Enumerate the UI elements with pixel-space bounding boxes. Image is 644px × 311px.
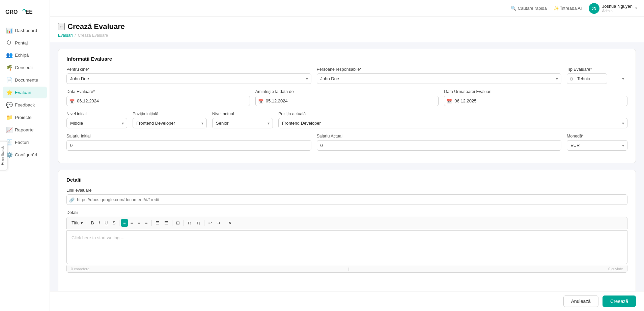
data-urmatoare-input[interactable]	[444, 96, 627, 106]
pentru-cine-group: Pentru cine* John Doe	[66, 67, 311, 84]
sidebar-item-feedback[interactable]: 💬 Feedback	[3, 99, 47, 111]
chevron-down-icon: ▾	[635, 6, 637, 10]
rapoarte-icon: 📈	[6, 127, 12, 133]
calendar-icon: 📅	[69, 98, 75, 103]
pozitia-initiala-label: Poziția inițială	[133, 112, 207, 116]
sidebar-item-label: Facturi	[15, 140, 29, 145]
cancel-button[interactable]: Anul​ează	[563, 296, 598, 307]
nivel-actual-wrap: Junior Middle Senior	[212, 118, 273, 128]
pozitia-actuala-select[interactable]: Frontend Developer Backend Developer Ful…	[278, 118, 627, 128]
info-section-title: Informații Evaluare	[66, 56, 627, 62]
sidebar-item-label: Feedback	[15, 102, 35, 107]
toolbar-bold-btn[interactable]: B	[89, 219, 96, 227]
search-label: Căutare rapidă	[518, 6, 547, 11]
pentru-cine-select[interactable]: John Doe	[66, 73, 311, 84]
toolbar-undo-btn[interactable]: ↩	[206, 219, 214, 227]
tip-evaluare-group: Tip Evaluare* Tehnic HR Managerial	[567, 67, 627, 84]
toolbar-redo-btn[interactable]: ↪	[215, 219, 222, 227]
toolbar-align-right-btn[interactable]: ≡	[136, 219, 142, 227]
editor-placeholder: Click here to start writing ...	[72, 235, 124, 240]
data-evaluare-input[interactable]	[66, 96, 250, 106]
data-urmatoare-group: Data Următoarei Evaluări 📅	[444, 89, 627, 106]
toolbar-bullet-btn[interactable]: ☰	[153, 219, 162, 227]
search-button[interactable]: 🔍 Căutare rapidă	[511, 6, 547, 11]
sidebar-item-configurari[interactable]: ⚙️ Configurări	[3, 149, 47, 161]
sidebar-item-facturi[interactable]: 🧾 Facturi	[3, 136, 47, 148]
nivel-initial-label: Nivel inițial	[66, 112, 127, 116]
toolbar-align-justify-btn[interactable]: ≡	[143, 219, 150, 227]
toolbar-align-left-btn[interactable]: ≡	[121, 219, 128, 227]
toolbar-strikethrough-btn[interactable]: S	[110, 219, 117, 227]
sidebar-item-label: Proiecte	[15, 115, 32, 120]
editor-toolbar: Titlu ▾ B I U S ≡ ≡ ≡ ≡	[66, 217, 627, 229]
sidebar-item-echipa[interactable]: 👥 Echipă	[3, 49, 47, 61]
salariu-initial-label: Salariu Inițial	[66, 134, 311, 138]
sidebar-item-rapoarte[interactable]: 📈 Rapoarte	[3, 124, 47, 136]
sidebar-item-dashboard[interactable]: 📊 Dashboard	[3, 25, 47, 36]
form-content: Informații Evaluare Pentru cine* John Do…	[50, 42, 644, 311]
link-input[interactable]	[66, 194, 627, 205]
aminteste-input[interactable]	[255, 96, 439, 106]
toolbar-sep-5	[184, 220, 184, 226]
toolbar-underline-btn[interactable]: U	[103, 219, 110, 227]
moneda-select[interactable]: EUR USD RON	[567, 140, 627, 151]
toolbar-title-btn[interactable]: Titlu ▾	[69, 219, 85, 227]
toolbar-ordered-btn[interactable]: ☰	[162, 219, 170, 227]
sidebar-item-evaluari[interactable]: ⭐ Evaluări	[3, 87, 47, 98]
breadcrumb: Evaluări / Crează Evaluare	[58, 33, 636, 42]
toolbar-sep-4	[172, 220, 172, 226]
create-button[interactable]: Creează	[603, 296, 636, 307]
sidebar-item-documente[interactable]: 📄 Documente	[3, 74, 47, 86]
pozitia-actuala-label: Poziția actuală	[278, 112, 627, 116]
toolbar-superscript-btn[interactable]: T↑	[186, 220, 194, 226]
sidebar-item-label: Echipă	[15, 53, 29, 58]
tip-evaluare-select[interactable]: Tehnic HR Managerial	[567, 73, 607, 84]
salariu-initial-input[interactable]	[66, 140, 311, 151]
link-icon: 🔗	[69, 197, 75, 202]
breadcrumb-parent[interactable]: Evaluări	[58, 33, 73, 38]
nivel-initial-group: Nivel inițial Junior Middle Senior	[66, 112, 127, 128]
breadcrumb-separator: /	[75, 33, 76, 38]
evaluari-icon: ⭐	[6, 89, 12, 96]
footer-bar: Anul​ează Creează	[50, 291, 644, 311]
persoane-select[interactable]: John Doe	[317, 73, 562, 84]
nivel-actual-label: Nivel actual	[212, 112, 273, 116]
back-button[interactable]: ←	[58, 23, 65, 30]
ai-button[interactable]: ✨ Întreabă AI	[554, 6, 582, 11]
toolbar-clear-btn[interactable]: ✕	[226, 219, 234, 227]
sidebar-nav: 📊 Dashboard ⏱ Pontaj 👥 Echipă 🌴 Concedii…	[0, 25, 50, 161]
username: Joshua Nguyen	[602, 4, 633, 9]
sidebar: GRO EE 📊 Dashboard ⏱ Pontaj 👥 Echipă 🌴 C…	[0, 0, 50, 311]
sidebar-item-pontaj[interactable]: ⏱ Pontaj	[3, 37, 47, 49]
editor-body[interactable]: Click here to start writing ...	[66, 230, 627, 264]
toolbar-sep-7	[224, 220, 224, 226]
feedback-tab[interactable]: Feedback	[0, 141, 7, 170]
nivel-initial-select[interactable]: Junior Middle Senior	[66, 118, 127, 128]
pozitia-initiala-wrap: Frontend Developer Backend Developer Ful…	[133, 118, 207, 128]
ai-label: Întreabă AI	[561, 6, 582, 11]
sidebar-item-concedii[interactable]: 🌴 Concedii	[3, 62, 47, 73]
toolbar-italic-btn[interactable]: I	[96, 219, 102, 227]
main-area: 🔍 Căutare rapidă ✨ Întreabă AI JN Joshua…	[50, 0, 644, 311]
toolbar-table-btn[interactable]: ⊞	[174, 219, 182, 227]
pentru-cine-label: Pentru cine*	[66, 67, 311, 72]
pozitia-actuala-group: Poziția actuală Frontend Developer Backe…	[278, 112, 627, 128]
sidebar-item-proiecte[interactable]: 📁 Proiecte	[3, 112, 47, 123]
moneda-group: Monedă* EUR USD RON	[567, 134, 627, 151]
toolbar-sep-3	[151, 220, 152, 226]
nivel-actual-select[interactable]: Junior Middle Senior	[212, 118, 273, 128]
documente-icon: 📄	[6, 77, 12, 83]
salariu-actual-input[interactable]	[317, 140, 562, 151]
link-label: Link evaluare	[66, 188, 627, 193]
pozitia-initiala-select[interactable]: Frontend Developer Backend Developer Ful…	[133, 118, 207, 128]
toolbar-align-center-btn[interactable]: ≡	[129, 219, 135, 227]
nivel-actual-group: Nivel actual Junior Middle Senior	[212, 112, 273, 128]
link-group: Link evaluare 🔗	[66, 188, 627, 205]
pentru-cine-wrap: John Doe	[66, 73, 311, 84]
user-menu[interactable]: JN Joshua Nguyen Admin ▾	[589, 3, 637, 14]
detalii-section-title: Detalii	[66, 177, 627, 183]
toolbar-subscript-btn[interactable]: T↓	[194, 220, 202, 226]
avatar: JN	[589, 3, 599, 14]
moneda-label: Monedă*	[567, 134, 627, 138]
moneda-wrap: EUR USD RON	[567, 140, 627, 151]
